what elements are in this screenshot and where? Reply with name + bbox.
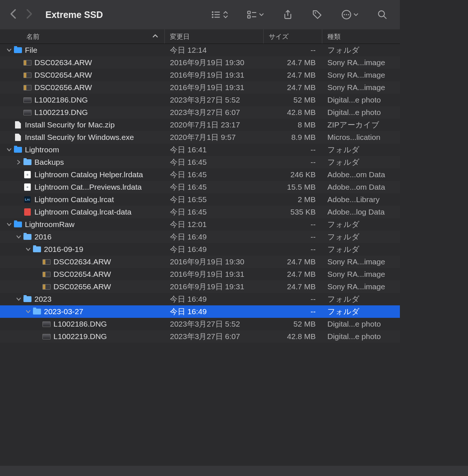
folder-icon — [14, 46, 22, 54]
file-size: 52 MB — [264, 96, 322, 104]
file-name: File — [25, 46, 37, 55]
image-icon — [23, 108, 31, 116]
file-kind: Adobe...Library — [322, 195, 400, 204]
folder-icon — [33, 245, 41, 253]
file-row[interactable]: L1002186.DNG2023年3月27日 5:5252 MBDigital.… — [0, 94, 400, 106]
file-name: LightroomRaw — [25, 220, 74, 229]
column-date[interactable]: 変更日 — [165, 29, 264, 44]
svg-point-0 — [212, 12, 213, 12]
file-kind: フォルダ — [322, 232, 400, 242]
svg-rect-7 — [248, 15, 250, 18]
file-name: DSC02656.ARW — [34, 83, 92, 92]
file-kind: フォルダ — [322, 244, 400, 254]
file-name: 2023-03-27 — [44, 307, 83, 316]
file-name: DSC02654.ARW — [53, 270, 111, 279]
file-row[interactable]: DSC02654.ARW2016年9月19日 19:3124.7 MBSony … — [0, 69, 400, 81]
file-size: -- — [264, 233, 322, 241]
disclosure-right-icon[interactable] — [16, 160, 21, 165]
search-button[interactable] — [377, 10, 387, 20]
file-size: 535 KB — [264, 208, 322, 216]
tag-button[interactable] — [312, 10, 322, 20]
window-title: Extreme SSD — [45, 10, 204, 20]
file-name: 2016-09-19 — [44, 245, 83, 254]
file-row[interactable]: DSC02656.ARW2016年9月19日 19:3124.7 MBSony … — [0, 280, 400, 293]
file-date: 2023年3月27日 5:52 — [165, 95, 264, 105]
file-row[interactable]: DSC02634.ARW2016年9月19日 19:3024.7 MBSony … — [0, 56, 400, 69]
file-name: L1002186.DNG — [53, 320, 107, 328]
file-row[interactable]: 2016-09-19今日 16:49--フォルダ — [0, 243, 400, 256]
file-date: 2016年9月19日 19:31 — [165, 269, 264, 279]
disclosure-down-icon[interactable] — [7, 222, 12, 227]
file-kind: ZIPアーカイブ — [322, 120, 400, 130]
file-size: 8 MB — [264, 120, 322, 129]
file-row[interactable]: Install Security for Mac.zip2020年7月1日 23… — [0, 119, 400, 131]
file-size: 24.7 MB — [264, 71, 322, 79]
file-size: 2 MB — [264, 195, 322, 204]
svg-line-16 — [384, 16, 386, 19]
file-date: 2016年9月19日 19:31 — [165, 282, 264, 292]
disclosure-down-icon[interactable] — [7, 48, 12, 53]
file-row[interactable]: 2023-03-27今日 16:49--フォルダ — [0, 305, 400, 318]
disclosure-down-icon[interactable] — [7, 147, 12, 152]
raw-image-icon — [23, 83, 31, 92]
raw-image-icon — [23, 59, 31, 67]
document-icon — [14, 121, 22, 129]
forward-button[interactable] — [26, 9, 33, 21]
action-menu-button[interactable] — [341, 10, 358, 20]
file-row[interactable]: Install Security for Windows.exe2020年7月1… — [0, 131, 400, 144]
file-size: 8.9 MB — [264, 133, 322, 142]
file-date: 2020年7月1日 9:57 — [165, 132, 264, 142]
file-date: 今日 12:01 — [165, 219, 264, 230]
file-row[interactable]: ≡Lightroom Catalog Helper.lrdata今日 16:45… — [0, 168, 400, 181]
file-row[interactable]: L1002219.DNG2023年3月27日 6:0742.8 MBDigita… — [0, 330, 400, 343]
file-name: Lightroom Catalog.lrcat-data — [34, 208, 131, 216]
file-row[interactable]: DSC02634.ARW2016年9月19日 19:3024.7 MBSony … — [0, 256, 400, 268]
file-kind: フォルダ — [322, 157, 400, 167]
file-name: Install Security for Mac.zip — [25, 120, 115, 129]
folder-icon — [23, 233, 31, 241]
disclosure-down-icon[interactable] — [16, 297, 21, 302]
file-kind: フォルダ — [322, 45, 400, 55]
file-row[interactable]: DSC02656.ARW2016年9月19日 19:3124.7 MBSony … — [0, 81, 400, 94]
file-name: Lightroom Catalog.lrcat — [34, 195, 114, 204]
file-kind: Sony RA...image — [322, 257, 400, 266]
lrdata-icon: ≡ — [23, 183, 31, 191]
back-button[interactable] — [10, 9, 17, 21]
disclosure-down-icon[interactable] — [26, 247, 31, 252]
file-date: 今日 16:49 — [165, 232, 264, 242]
file-row[interactable]: Lightroom今日 16:41--フォルダ — [0, 144, 400, 156]
disclosure-down-icon[interactable] — [26, 309, 31, 314]
group-button[interactable] — [247, 10, 264, 20]
column-name[interactable]: 名前 — [0, 29, 165, 44]
file-row[interactable]: LightroomRaw今日 12:01--フォルダ — [0, 218, 400, 231]
file-size: 42.8 MB — [264, 332, 322, 341]
svg-point-4 — [212, 17, 213, 18]
column-kind[interactable]: 種類 — [322, 29, 400, 44]
file-row[interactable]: DSC02654.ARW2016年9月19日 19:3124.7 MBSony … — [0, 268, 400, 280]
svg-point-13 — [346, 14, 347, 15]
file-row[interactable]: Lightroom Catalog.lrcat-data今日 16:45535 … — [0, 206, 400, 218]
file-row[interactable]: L1002186.DNG2023年3月27日 5:5252 MBDigital.… — [0, 318, 400, 330]
file-row[interactable]: 2016今日 16:49--フォルダ — [0, 231, 400, 243]
file-date: 今日 16:41 — [165, 145, 264, 155]
disclosure-down-icon[interactable] — [16, 234, 21, 239]
file-row[interactable]: L1002219.DNG2023年3月27日 6:0742.8 MBDigita… — [0, 106, 400, 119]
file-date: 今日 16:45 — [165, 157, 264, 167]
lrcat-icon: Lrc — [23, 196, 31, 204]
image-icon — [42, 320, 51, 328]
sort-caret-icon — [153, 33, 158, 38]
folder-icon — [14, 146, 22, 154]
file-date: 今日 16:45 — [165, 170, 264, 180]
svg-point-10 — [315, 12, 316, 14]
file-row[interactable]: Backups今日 16:45--フォルダ — [0, 156, 400, 168]
file-size: 24.7 MB — [264, 257, 322, 266]
file-name: L1002186.DNG — [34, 96, 88, 104]
file-row[interactable]: LrcLightroom Catalog.lrcat今日 16:552 MBAd… — [0, 193, 400, 206]
share-button[interactable] — [283, 10, 293, 20]
view-list-button[interactable] — [211, 10, 228, 20]
file-row[interactable]: 2023今日 16:49--フォルダ — [0, 293, 400, 305]
column-size[interactable]: サイズ — [264, 29, 322, 44]
file-row[interactable]: ≡Lightroom Cat...Previews.lrdata今日 16:45… — [0, 181, 400, 193]
nav-group — [10, 9, 33, 21]
file-row[interactable]: File今日 12:14--フォルダ — [0, 44, 400, 56]
